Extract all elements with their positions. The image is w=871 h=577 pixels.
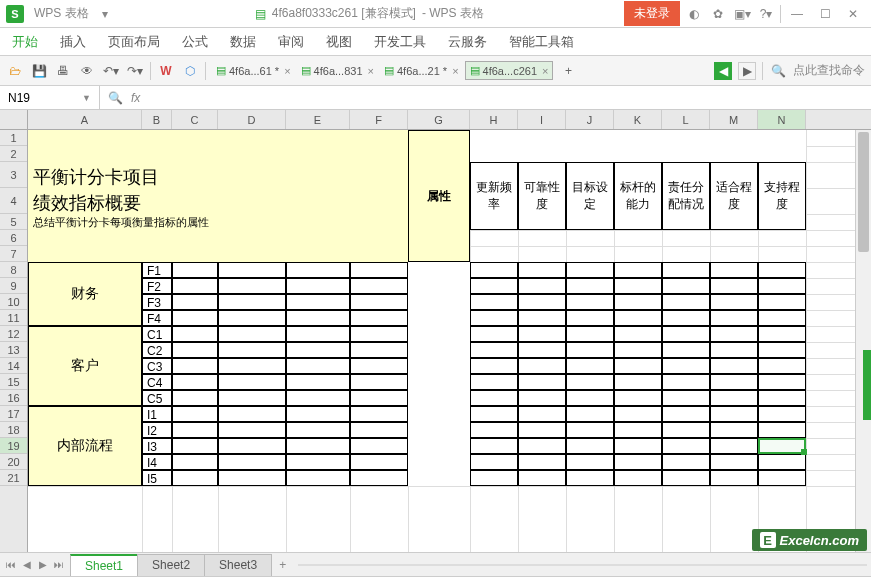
data-cell[interactable] [350,326,408,342]
data-cell[interactable] [172,470,218,486]
close-tab-icon[interactable]: × [368,65,374,77]
data-cell[interactable] [470,422,518,438]
data-cell[interactable] [218,310,286,326]
data-cell[interactable] [518,422,566,438]
data-cell[interactable] [350,262,408,278]
menu-数据[interactable]: 数据 [230,33,256,51]
search-command-text[interactable]: 点此查找命令 [793,62,865,79]
data-cell[interactable] [218,470,286,486]
close-tab-icon[interactable]: × [542,65,548,77]
data-cell[interactable] [710,406,758,422]
blank[interactable] [566,130,614,162]
redo-icon[interactable]: ↷▾ [126,62,144,80]
gap[interactable] [408,278,470,294]
gap[interactable] [408,326,470,342]
blank[interactable] [518,130,566,162]
data-cell[interactable] [218,438,286,454]
subtitle[interactable]: 总结平衡计分卡每项衡量指标的属性 [28,214,408,230]
data-cell[interactable] [172,310,218,326]
row-header-19[interactable]: 19 [0,438,27,454]
selection-handle[interactable] [801,449,807,455]
row-header-21[interactable]: 21 [0,470,27,486]
data-cell[interactable] [662,422,710,438]
data-cell[interactable] [470,278,518,294]
sync-icon[interactable]: ◐ [684,4,704,24]
data-cell[interactable] [218,374,286,390]
blank[interactable] [614,130,662,162]
data-cell[interactable] [172,358,218,374]
id-cell-F3[interactable]: F3 [142,294,172,310]
col-header-1[interactable]: 可靠性度 [518,162,566,230]
data-cell[interactable] [286,406,350,422]
data-cell[interactable] [566,374,614,390]
help-icon[interactable]: ?▾ [756,4,776,24]
row-header-4[interactable]: 4 [0,188,27,214]
data-cell[interactable] [470,358,518,374]
data-cell[interactable] [662,374,710,390]
data-cell[interactable] [470,438,518,454]
doc-tab[interactable]: ▤4f6a...831× [297,61,378,80]
sheet-tab-Sheet1[interactable]: Sheet1 [70,554,138,576]
data-cell[interactable] [614,326,662,342]
menu-页面布局[interactable]: 页面布局 [108,33,160,51]
data-cell[interactable] [470,342,518,358]
row-header-15[interactable]: 15 [0,374,27,390]
row-header-14[interactable]: 14 [0,358,27,374]
id-cell-I4[interactable]: I4 [142,454,172,470]
data-cell[interactable] [518,278,566,294]
data-cell[interactable] [662,326,710,342]
row-header-11[interactable]: 11 [0,310,27,326]
gap[interactable] [408,422,470,438]
sheet-tab-Sheet2[interactable]: Sheet2 [137,554,205,576]
data-cell[interactable] [614,294,662,310]
data-cell[interactable] [710,438,758,454]
data-cell[interactable] [758,374,806,390]
wps-w-icon[interactable]: W [157,62,175,80]
data-cell[interactable] [470,310,518,326]
data-cell[interactable] [172,390,218,406]
data-cell[interactable] [614,342,662,358]
data-cell[interactable] [172,422,218,438]
data-cell[interactable] [758,390,806,406]
data-cell[interactable] [518,310,566,326]
data-cell[interactable] [286,454,350,470]
gap[interactable] [408,390,470,406]
data-cell[interactable] [518,326,566,342]
data-cell[interactable] [518,406,566,422]
data-cell[interactable] [172,454,218,470]
data-cell[interactable] [662,358,710,374]
fx-search-icon[interactable]: 🔍 [108,91,123,105]
id-cell-C3[interactable]: C3 [142,358,172,374]
side-panel-handle[interactable] [863,350,871,420]
row-header-18[interactable]: 18 [0,422,27,438]
data-cell[interactable] [614,310,662,326]
col-header-L[interactable]: L [662,110,710,129]
settings-icon[interactable]: ✿ [708,4,728,24]
data-cell[interactable] [566,326,614,342]
blank[interactable] [662,130,710,162]
data-cell[interactable] [350,374,408,390]
col-header-M[interactable]: M [710,110,758,129]
sheet-first-icon[interactable]: ⏮ [4,558,18,572]
data-cell[interactable] [710,358,758,374]
data-cell[interactable] [286,390,350,406]
row-header-6[interactable]: 6 [0,230,27,246]
data-cell[interactable] [710,278,758,294]
data-cell[interactable] [758,470,806,486]
data-cell[interactable] [662,342,710,358]
skin-icon[interactable]: ▣▾ [732,4,752,24]
name-box-dropdown-icon[interactable]: ▼ [82,93,91,103]
data-cell[interactable] [470,390,518,406]
data-cell[interactable] [566,438,614,454]
data-cell[interactable] [758,422,806,438]
menu-开发工具[interactable]: 开发工具 [374,33,426,51]
id-cell-C2[interactable]: C2 [142,342,172,358]
data-cell[interactable] [350,422,408,438]
data-cell[interactable] [350,278,408,294]
data-cell[interactable] [350,390,408,406]
data-cell[interactable] [614,422,662,438]
data-cell[interactable] [350,310,408,326]
gap[interactable] [408,406,470,422]
data-cell[interactable] [350,358,408,374]
data-cell[interactable] [662,390,710,406]
